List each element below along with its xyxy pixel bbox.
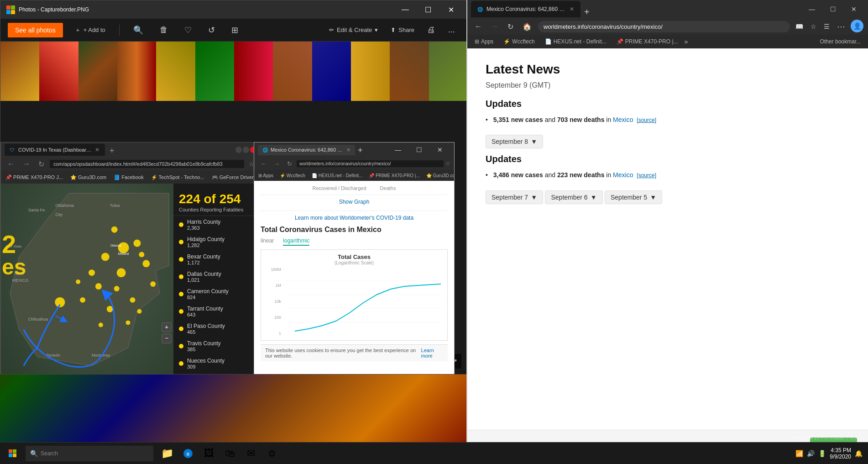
news-item-1-country-link[interactable]: Mexico [613,116,633,123]
county-list-item[interactable]: Travis County 385 [173,337,260,355]
taskbar-notification-icon[interactable]: 🔔 [855,450,863,457]
show-graph-link[interactable]: Show Graph [261,199,448,205]
photos-maximize-btn[interactable]: ☐ [418,0,439,19]
bm-item-apps[interactable]: ⊞ Apps [471,37,497,46]
main-hub-btn[interactable]: ☰ [822,20,831,33]
main-back-btn[interactable]: ← [472,21,485,32]
favorite-button[interactable]: ♡ [180,22,196,38]
county-list-item[interactable]: Dallas County 1,021 [173,268,260,285]
worldo-inner-minimize-btn[interactable]: — [387,142,408,159]
sept5-collapse-btn[interactable]: September 5 ▼ [605,190,662,204]
bm-item-wccftech[interactable]: ⚡ Wccftech [500,37,538,46]
worldo-inner-back-btn[interactable]: ← [258,158,269,169]
main-maximize-btn[interactable]: ☐ [822,0,843,18]
main-reading-mode-btn[interactable]: 📖 [794,20,805,33]
photo-tile-2[interactable] [39,42,78,101]
main-favorite-btn[interactable]: ☆ [809,20,818,33]
learn-more-covid-link[interactable]: Learn more about Worldometer's COVID-19 … [261,215,448,221]
main-home-btn[interactable]: 🏠 [520,21,534,33]
main-close-btn[interactable]: ✕ [843,0,864,18]
news-item-2-country-link[interactable]: Mexico [613,171,633,179]
county-list-item[interactable]: Nueces County 309 [173,355,260,372]
bm-geforce[interactable]: 🎮 GeForce Drivers Bo... [209,174,260,181]
photo-tile-10[interactable] [351,42,390,101]
photos-minimize-btn[interactable]: — [395,0,416,19]
bm-item-prime[interactable]: 📌 PRIME X470-PRO |... [613,37,682,46]
covid-forward-btn[interactable]: → [20,158,33,170]
county-list-item[interactable]: Cameron County 824 [173,285,260,303]
covid-url-bar[interactable]: com/apps/opsdashboard/index.html#/ed483e… [50,160,244,168]
main-forward-btn[interactable]: → [488,21,501,32]
photo-tile-3[interactable] [78,42,117,101]
photo-tile-1[interactable] [0,42,39,101]
taskbar-app-store[interactable]: 🛍 [220,443,240,464]
main-profile-avatar[interactable]: 👤 [851,20,863,32]
taskbar-start-button[interactable] [2,443,24,464]
covid-reload-btn[interactable]: ↻ [36,158,47,170]
taskbar-battery-icon[interactable]: 🔋 [818,450,826,457]
worldo-inner-url-bar[interactable]: worldmeters.info/coronavirus/country/mex… [297,160,444,167]
print-button[interactable]: 🖨 [423,22,440,37]
worldo-inner-close-btn[interactable]: ✕ [429,142,450,159]
more-options-button[interactable]: ... [444,22,460,37]
taskbar-volume-icon[interactable]: 🔊 [807,450,815,457]
taskbar-network-icon[interactable]: 📶 [795,450,803,457]
add-to-button[interactable]: ＋ + Add to [70,23,110,37]
county-list-item[interactable]: Harris County 2,363 [173,216,260,233]
worldo-inner-maximize-btn[interactable]: ☐ [408,142,429,159]
worldo-inner-reload-btn[interactable]: ↻ [284,158,295,169]
worldo-inner-forward-btn[interactable]: → [271,158,282,169]
bm-item-hexus[interactable]: 📄 HEXUS.net - Definit... [541,37,610,46]
main-tab-close-icon[interactable]: ✕ [570,6,574,12]
main-active-tab[interactable]: 🌐 Mexico Coronavirus: 642,860 Ca... ✕ [471,1,580,17]
chart-tab-linear[interactable]: linear [261,237,274,246]
photo-tile-7[interactable] [234,42,273,101]
taskbar-search-box[interactable]: 🔍 Search [26,446,153,461]
bookmarks-more-btn[interactable]: » [685,38,688,45]
worldo-bm-hexus[interactable]: 📄 HEXUS.net - Definit... [309,173,365,179]
sept6-collapse-btn[interactable]: September 6 ▼ [545,190,602,204]
news-item-2-source-link[interactable]: [source] [637,172,656,179]
covid-new-tab-button[interactable]: + [106,146,118,156]
see-all-photos-button[interactable]: See all photos [8,23,63,37]
chart-tab-logarithmic[interactable]: logarithmic [283,237,309,246]
bm-facebook[interactable]: 📘 Facebook [111,174,146,181]
photo-tile-12[interactable] [429,42,468,101]
delete-button[interactable]: 🗑 [155,22,173,37]
edit-create-button[interactable]: ✏ Edit & Create ▾ [324,24,382,36]
photo-tile-8[interactable] [273,42,312,101]
county-list-item[interactable]: Hidalgo County 1,282 [173,233,260,251]
main-url-bar[interactable] [538,21,790,32]
covid-minimize-btn[interactable] [235,147,242,153]
county-list-item[interactable]: Bexar County 1,172 [173,251,260,268]
county-list-item[interactable]: Tarrant County 643 [173,303,260,320]
county-list-item[interactable]: El Paso County 465 [173,320,260,337]
worldo-bm-guru3d[interactable]: ⭐ Guru3D.com [424,173,454,179]
worldo-bm-apps[interactable]: ⊞ Apps [256,173,276,179]
photo-tile-11[interactable] [390,42,429,101]
sept8-collapse-btn[interactable]: September 8 ▼ [486,135,543,148]
crop-button[interactable]: ⊞ [227,22,243,38]
bm-guru3d[interactable]: ⭐ Guru3D.com [68,174,109,181]
photo-tile-5[interactable] [156,42,195,101]
main-new-tab-button[interactable]: + [580,7,593,17]
rotate-button[interactable]: ↺ [204,22,220,38]
taskbar-app-settings[interactable]: ⚙ [262,443,282,464]
covid-maximize-btn[interactable] [243,147,249,153]
worldo-inner-new-tab-btn[interactable]: + [355,146,366,155]
sept7-collapse-btn[interactable]: September 7 ▼ [486,190,543,204]
county-list-item[interactable]: Fort Bend County 255 [173,372,260,374]
bm-item-other-bookmarks[interactable]: Other bookmar... [816,37,864,46]
news-item-1-source-link[interactable]: [source] [637,117,656,123]
worldo-inner-tab[interactable]: 🌐 Mexico Coronavirus: 642,860 Ca... ✕ [258,145,355,155]
worldo-inner-star-icon[interactable]: ☆ [445,160,450,167]
taskbar-app-file-explorer[interactable]: 📁 [157,443,177,464]
covid-tab[interactable]: 🛡 COVID-19 In Texas (Dashboard) × ✕ [5,144,105,156]
covid-tab-close-icon[interactable]: ✕ [95,147,99,153]
share-button[interactable]: ⬆ Share [386,24,419,36]
worldo-inner-learn-more[interactable]: Learn more [421,348,443,359]
zoom-in-button[interactable]: 🔍 [129,22,148,38]
worldo-bm-prime[interactable]: 📌 PRIME X470-PRO |... [366,173,422,179]
photos-close-btn[interactable]: ✕ [440,0,461,19]
main-more-btn[interactable]: ⋯ [835,20,847,33]
